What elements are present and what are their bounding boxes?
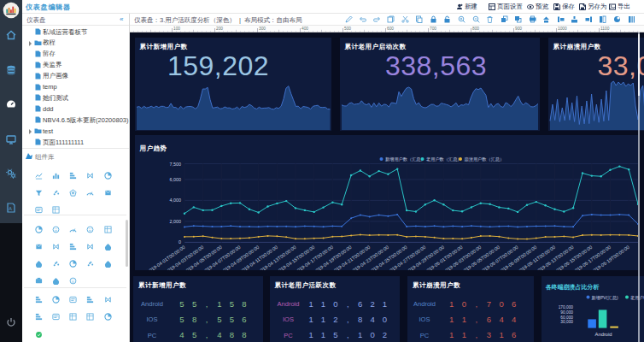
svg-text:600: 600 — [387, 27, 394, 31]
svg-text:0: 0 — [179, 239, 181, 245]
svg-text:800: 800 — [472, 27, 479, 31]
svg-text:100: 100 — [173, 27, 180, 31]
svg-text:崩溃用户数（汇总）: 崩溃用户数（汇总） — [464, 156, 504, 162]
svg-text:700: 700 — [430, 27, 436, 31]
svg-text:老用户PV(汇总): 老用户PV(汇总) — [629, 295, 644, 301]
svg-text:1100: 1100 — [600, 27, 610, 31]
svg-text:A: A — [9, 206, 12, 211]
svg-text:500: 500 — [344, 27, 351, 31]
svg-text:4,000: 4,000 — [169, 198, 181, 203]
svg-text:200: 200 — [216, 27, 223, 31]
svg-text:900: 900 — [515, 27, 522, 31]
svg-text:2019-04-01T00:00:00: 2019-04-01T00:00:00 — [145, 245, 185, 270]
svg-text:400: 400 — [302, 27, 308, 31]
svg-text:30,000: 30,000 — [560, 320, 573, 324]
svg-text:Android: Android — [594, 332, 612, 337]
svg-text:6,000: 6,000 — [169, 177, 181, 182]
svg-text:老用户数（汇总）: 老用户数（汇总） — [425, 156, 462, 162]
svg-text:1000: 1000 — [558, 27, 567, 31]
svg-text:300: 300 — [259, 27, 266, 31]
svg-text:新增用户数（汇总）: 新增用户数（汇总） — [385, 156, 425, 162]
svg-text:2,000: 2,000 — [169, 219, 181, 224]
svg-text:新增PV(汇总): 新增PV(汇总) — [591, 295, 618, 301]
svg-text:7,500: 7,500 — [169, 162, 181, 167]
svg-text:170,000: 170,000 — [558, 305, 573, 310]
svg-text:60,000: 60,000 — [560, 315, 573, 320]
svg-text:90,000: 90,000 — [560, 310, 573, 315]
